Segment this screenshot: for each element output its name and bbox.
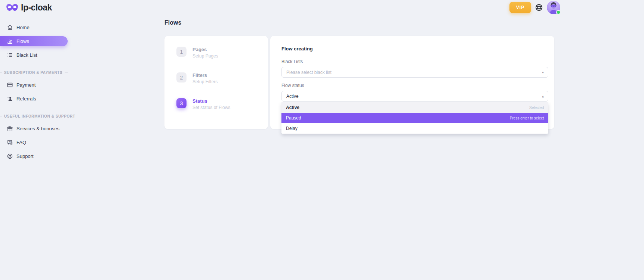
sidebar-section-subscription: SUBSCRIPTION & PAYMENTS xyxy=(0,70,68,75)
gift-icon xyxy=(7,125,13,132)
sidebar-item-home[interactable]: Home xyxy=(0,22,68,32)
user-avatar[interactable] xyxy=(547,1,560,14)
sidebar-item-black-list[interactable]: Black List xyxy=(0,50,68,60)
black-list-icon xyxy=(7,52,13,58)
option-hint: Press enter to select xyxy=(510,116,544,120)
topbar-right: VIP xyxy=(509,0,560,15)
step-title: Filters xyxy=(192,72,218,78)
step-status[interactable]: 3 Status Set status of Flows xyxy=(176,98,268,110)
flows-icon xyxy=(7,38,13,44)
flow-creating-card: Flow creating Black Lists Please select … xyxy=(270,36,554,129)
step-title: Pages xyxy=(192,47,218,52)
mask-icon xyxy=(6,3,18,13)
referrals-icon xyxy=(7,96,13,102)
option-paused[interactable]: Paused Press enter to select xyxy=(281,113,548,123)
flow-status-value: Active xyxy=(286,94,299,99)
option-label: Delay xyxy=(286,126,298,131)
sidebar-item-payment[interactable]: Payment xyxy=(0,80,68,90)
step-number-badge: 2 xyxy=(176,72,187,83)
flow-status-label: Flow status xyxy=(281,83,548,88)
sidebar-item-label: Flows xyxy=(16,38,29,44)
app-logo[interactable]: lp-cloak xyxy=(6,3,52,13)
page-title: Flows xyxy=(164,19,181,26)
sidebar-item-label: Home xyxy=(16,25,30,30)
flow-stepper-card: 1 Pages Setup Pages 2 Filters Setup Filt… xyxy=(164,36,268,129)
option-hint: Selected xyxy=(529,106,544,110)
sidebar-item-label: Payment xyxy=(16,82,36,88)
step-subtitle: Setup Pages xyxy=(192,53,218,59)
sidebar-item-label: Support xyxy=(16,153,34,159)
globe-icon[interactable] xyxy=(535,3,543,12)
flow-status-select[interactable]: Active ▴ xyxy=(281,91,548,102)
step-title: Status xyxy=(192,98,230,104)
sidebar-item-label: Services & bonuses xyxy=(16,126,59,131)
flow-status-dropdown: Active Selected Paused Press enter to se… xyxy=(281,102,548,134)
sidebar-item-label: FAQ xyxy=(16,140,26,145)
chevron-down-icon: ▾ xyxy=(542,70,544,74)
option-active[interactable]: Active Selected xyxy=(281,102,548,113)
sidebar-item-flows[interactable]: Flows xyxy=(0,36,68,46)
sidebar-item-referrals[interactable]: Referrals xyxy=(0,94,68,104)
step-pages[interactable]: 1 Pages Setup Pages xyxy=(176,47,268,59)
sidebar-item-faq[interactable]: ?! FAQ xyxy=(0,137,68,147)
section-title: USEFUL INFORMATION & SUPPORT xyxy=(4,114,75,118)
black-lists-select[interactable]: Please select black list ▾ xyxy=(281,67,548,78)
sidebar-item-support[interactable]: Support xyxy=(0,151,68,161)
option-label: Paused xyxy=(286,115,301,121)
step-subtitle: Setup Filters xyxy=(192,79,218,84)
app-name: lp-cloak xyxy=(21,3,52,13)
sidebar: Home Flows Black List SUBSCRIPTION & PAY… xyxy=(0,22,75,165)
sidebar-item-label: Black List xyxy=(16,52,37,58)
faq-icon: ?! xyxy=(7,139,13,146)
lifebuoy-icon xyxy=(7,153,13,159)
online-status-dot xyxy=(556,10,561,15)
step-number-badge: 1 xyxy=(176,47,187,57)
option-label: Active xyxy=(286,105,299,110)
step-number-badge: 3 xyxy=(176,98,187,108)
sidebar-item-label: Referrals xyxy=(16,96,36,102)
black-lists-placeholder: Please select black list xyxy=(286,70,332,75)
option-delay[interactable]: Delay xyxy=(281,123,548,134)
step-filters[interactable]: 2 Filters Setup Filters xyxy=(176,72,268,84)
chevron-up-icon: ▴ xyxy=(542,94,544,98)
sidebar-item-services-bonuses[interactable]: Services & bonuses xyxy=(0,124,68,134)
sidebar-section-support: USEFUL INFORMATION & SUPPORT xyxy=(0,113,68,119)
vip-button[interactable]: VIP xyxy=(509,2,531,13)
svg-text:?!: ?! xyxy=(9,141,11,143)
home-icon xyxy=(7,24,13,31)
form-title: Flow creating xyxy=(281,46,548,52)
section-title: SUBSCRIPTION & PAYMENTS xyxy=(4,71,62,75)
credit-card-icon xyxy=(7,82,13,88)
black-lists-label: Black Lists xyxy=(281,59,548,64)
step-subtitle: Set status of Flows xyxy=(192,105,230,110)
